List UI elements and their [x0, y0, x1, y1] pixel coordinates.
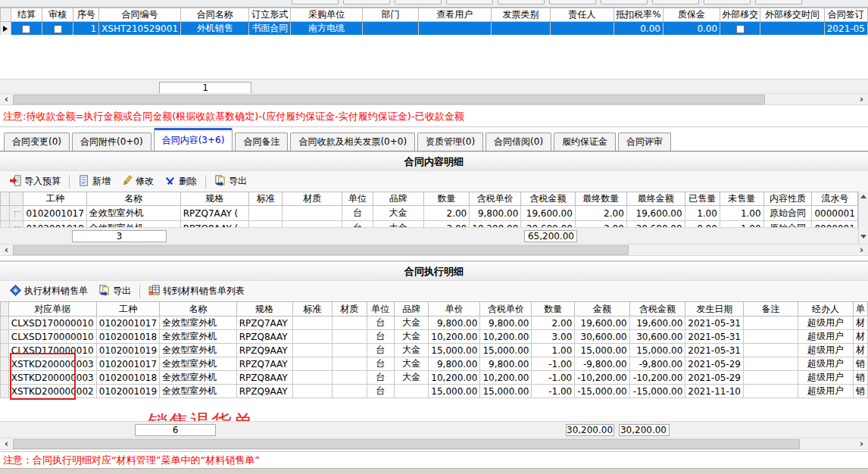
grid-cell[interactable]: -9,800.00 [575, 357, 629, 371]
grid-cell[interactable]: 0102001019 [96, 385, 159, 398]
content-grid-vscrollbar[interactable] [858, 192, 868, 244]
record-count-box[interactable]: 1 [159, 82, 251, 94]
column-header[interactable]: 标准 [249, 192, 283, 206]
checkbox[interactable] [22, 25, 30, 33]
column-header[interactable]: 合同签订 [824, 8, 867, 22]
grid-cell[interactable]: 台 [367, 344, 395, 357]
grid-cell[interactable]: 30,600.00 [629, 330, 685, 344]
grid-cell[interactable]: 台 [367, 357, 395, 371]
grid-cell[interactable]: 30,600.00 [626, 221, 685, 228]
column-header[interactable]: 品牌 [395, 302, 429, 317]
exec-grid-hscrollbar[interactable]: ‹ › [0, 438, 868, 450]
grid-cell[interactable]: 0.00 [685, 221, 720, 228]
tree-expand-icon[interactable] [14, 211, 20, 217]
export-button[interactable]: 导出 [209, 173, 252, 190]
grid-cell[interactable]: 大金 [373, 221, 423, 228]
grid-cell[interactable]: -15,000.00 [575, 385, 629, 398]
column-header[interactable]: 含税金额 [629, 302, 685, 317]
tab-8[interactable]: 合同评审 [618, 133, 671, 151]
grid-cell[interactable]: 台 [367, 385, 395, 398]
section-splitter[interactable] [0, 256, 868, 261]
scroll-left-icon[interactable]: ‹ [0, 94, 13, 104]
grid-cell[interactable] [283, 221, 342, 228]
scrollbar-thumb[interactable] [13, 245, 629, 255]
column-header[interactable]: 查看用户 [418, 8, 491, 22]
column-header[interactable]: 部门 [363, 8, 419, 22]
grid-cell[interactable]: 全效型室外机 [160, 371, 237, 385]
column-header[interactable]: 数量 [423, 192, 469, 206]
grid-cell[interactable]: 15,000.00 [480, 385, 532, 398]
column-header[interactable]: 品牌 [373, 192, 423, 206]
grid-cell[interactable]: 台 [367, 371, 395, 385]
grid-cell[interactable]: 销 [853, 357, 867, 371]
grid-cell[interactable] [332, 344, 367, 357]
import-budget-button[interactable]: 导入预算 [5, 173, 66, 190]
grid-cell[interactable]: 超级用户 [798, 317, 853, 330]
grid-cell[interactable]: CLXSD170000010 [8, 317, 96, 330]
grid-cell[interactable]: 大金 [373, 206, 423, 221]
grid-cell[interactable] [744, 344, 798, 357]
grid-cell[interactable] [418, 22, 491, 36]
column-header[interactable]: 单价 [429, 302, 480, 317]
column-header[interactable]: 合同名称 [181, 8, 249, 22]
column-header[interactable]: 发生日期 [685, 302, 744, 317]
grid-cell[interactable]: 全效型室外机 [160, 317, 237, 330]
exec-export-button[interactable]: 导出 [93, 283, 136, 300]
grid-cell[interactable]: 15,000.00 [629, 344, 685, 357]
grid-cell[interactable]: RPZQ7AAY [236, 317, 292, 330]
grid-cell[interactable]: 19,600.00 [521, 206, 576, 221]
grid-cell[interactable]: 15,000.00 [429, 344, 480, 357]
grid-cell[interactable]: 0102001017 [96, 357, 159, 371]
grid-cell[interactable]: 19,600.00 [575, 317, 629, 330]
column-header[interactable]: 工种 [96, 302, 159, 317]
column-header[interactable]: 数量 [532, 302, 575, 317]
grid-cell[interactable]: 0102001017 [23, 206, 86, 221]
grid-cell[interactable]: -10,200.00 [629, 371, 685, 385]
grid-cell[interactable]: 2021-05-31 [685, 344, 744, 357]
delete-button[interactable]: 删除 [159, 173, 202, 190]
grid-cell[interactable]: 书面合同 [249, 22, 291, 36]
column-header[interactable]: 外部移交 [720, 8, 760, 22]
grid-cell[interactable]: 全效型室外机 [160, 357, 237, 371]
column-header[interactable]: 规格 [236, 302, 292, 317]
grid-cell[interactable]: 3.00 [423, 221, 469, 228]
execute-sales-order-button[interactable]: 执行材料销售单 [5, 283, 93, 300]
column-header[interactable]: 已售量 [685, 192, 720, 206]
grid-cell[interactable]: 材 [853, 330, 867, 344]
grid-cell[interactable]: 9,800.00 [470, 206, 521, 221]
grid-cell[interactable] [332, 330, 367, 344]
column-header[interactable]: 含税金额 [521, 192, 576, 206]
grid-cell[interactable] [249, 221, 283, 228]
column-header[interactable]: 经办人 [798, 302, 853, 317]
grid-cell[interactable]: -15,000.00 [629, 385, 685, 398]
grid-cell[interactable]: 0.00 [663, 22, 720, 36]
column-header[interactable]: 名称 [86, 192, 180, 206]
column-header[interactable]: 单位 [367, 302, 395, 317]
grid-cell[interactable]: 15,000.00 [429, 385, 480, 398]
column-header[interactable]: 抵扣税率% [614, 8, 663, 22]
grid-cell[interactable]: 超级用户 [798, 357, 853, 371]
grid-cell[interactable]: 全效型室外机 [160, 344, 237, 357]
table-row[interactable]: CLXSD1700000100102001019全效型室外机RPZQ9AAY台大… [1, 344, 868, 357]
grid-cell[interactable]: 台 [342, 221, 373, 228]
table-row[interactable]: XSTKD2000000020102001019全效型室外机RPZQ9AAY台1… [1, 385, 868, 398]
column-header[interactable]: 含税单价 [470, 192, 521, 206]
table-row[interactable]: XSTKD2000000030102001018全效型室外机RPZQ8AAY台大… [1, 371, 868, 385]
grid-cell[interactable]: 材 [853, 344, 867, 357]
grid-cell[interactable] [292, 317, 332, 330]
column-header[interactable]: 名称 [160, 302, 237, 317]
grid-cell[interactable] [292, 330, 332, 344]
column-header[interactable]: 序号 [73, 8, 99, 22]
grid-cell[interactable]: 超级用户 [798, 371, 853, 385]
grid-cell[interactable]: 2021-05-31 [685, 330, 744, 344]
grid-cell[interactable] [551, 22, 614, 36]
grid-cell[interactable] [332, 371, 367, 385]
scrollbar-thumb[interactable] [13, 95, 765, 104]
grid-cell[interactable]: 10,200.00 [480, 371, 532, 385]
grid-cell[interactable]: 1 [73, 22, 99, 36]
grid-cell[interactable]: 超级用户 [798, 344, 853, 357]
column-header[interactable]: 材质 [283, 192, 342, 206]
grid-cell[interactable]: 0102001018 [23, 221, 86, 228]
grid-cell[interactable]: 15,000.00 [575, 344, 629, 357]
grid-cell[interactable]: 外机销售 [181, 22, 249, 36]
